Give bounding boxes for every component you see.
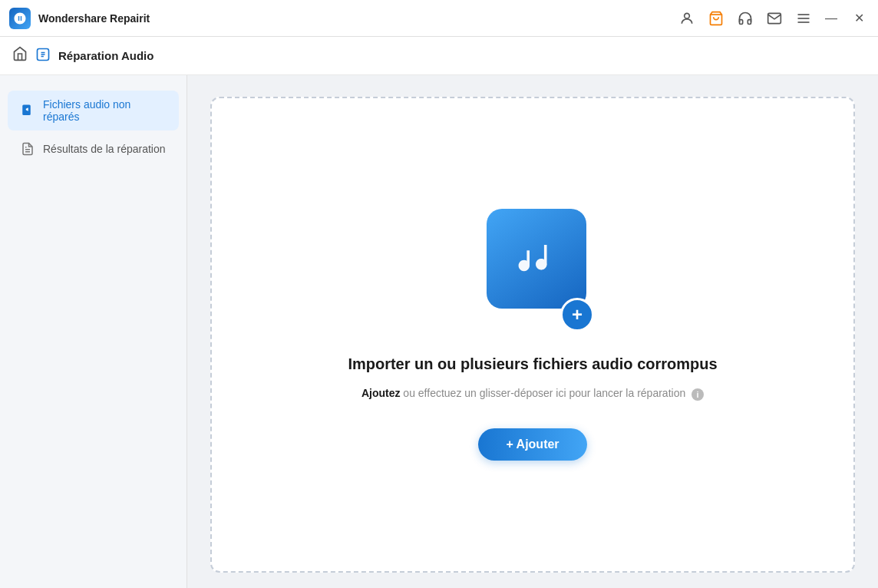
breadcrumb-section-icon (35, 47, 51, 65)
add-button[interactable]: + Ajouter (478, 428, 586, 461)
content-area: + Importer un ou plusieurs fichiers audi… (187, 75, 878, 588)
drop-zone[interactable]: + Importer un ou plusieurs fichiers audi… (210, 97, 855, 573)
audio-illustration: + (471, 209, 594, 332)
audio-card (487, 209, 586, 309)
minimize-button[interactable]: — (820, 10, 842, 27)
close-button[interactable]: ✕ (850, 9, 869, 27)
main-layout: Fichiers audio non réparés Résultats de … (0, 75, 878, 588)
svg-point-9 (536, 259, 546, 269)
sidebar: Fichiers audio non réparés Résultats de … (0, 75, 187, 588)
titlebar-icons (678, 9, 813, 28)
breadcrumb-label: Réparation Audio (58, 49, 153, 62)
user-icon[interactable] (678, 9, 696, 28)
sidebar-item-unrepaired[interactable]: Fichiers audio non réparés (8, 91, 179, 130)
sidebar-item-results[interactable]: Résultats de la réparation (8, 134, 179, 164)
drop-subtitle-strong: Ajoutez (361, 387, 401, 399)
mail-icon[interactable] (765, 9, 784, 28)
app-logo (9, 8, 31, 29)
window-controls: — ✕ (820, 9, 869, 27)
header-bar: Réparation Audio (0, 37, 878, 75)
sidebar-item-label-unrepaired: Fichiers audio non réparés (43, 98, 167, 123)
app-title: Wondershare Repairit (38, 12, 678, 25)
sidebar-item-label-results: Résultats de la réparation (43, 143, 166, 155)
cart-icon[interactable] (707, 9, 725, 28)
drop-title: Importer un ou plusieurs fichiers audio … (348, 353, 717, 375)
add-badge: + (560, 298, 594, 332)
menu-icon[interactable] (794, 9, 813, 28)
results-icon (20, 141, 35, 157)
drop-subtitle: Ajoutez ou effectuez un glisser-déposer … (361, 387, 704, 400)
titlebar: Wondershare Repairit — (0, 0, 878, 37)
headset-icon[interactable] (736, 9, 754, 28)
audio-file-icon (20, 103, 35, 118)
drop-subtitle-rest: ou effectuez un glisser-déposer ici pour… (400, 387, 685, 399)
svg-point-0 (685, 13, 690, 18)
info-icon[interactable]: i (692, 388, 704, 401)
home-icon[interactable] (12, 46, 28, 65)
